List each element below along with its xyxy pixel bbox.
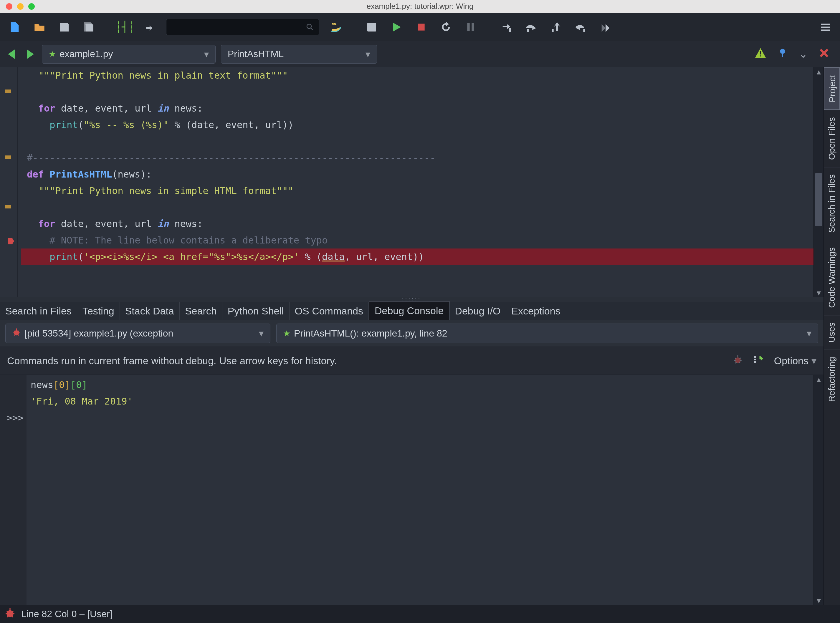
svg-rect-12	[527, 29, 529, 32]
nav-back-button[interactable]	[5, 48, 18, 61]
scroll-thumb[interactable]	[815, 173, 822, 226]
sidetab-search-in-files[interactable]: Search in Files	[824, 167, 840, 240]
frame-selector[interactable]: ★ PrintAsHTML(): example1.py, line 82 ▾	[276, 324, 818, 343]
svg-marker-5	[393, 23, 401, 32]
debug-restart-button[interactable]	[438, 19, 454, 35]
tab-exceptions[interactable]: Exceptions	[506, 302, 566, 320]
file-name: example1.py	[60, 49, 113, 60]
svg-point-4	[370, 25, 373, 29]
editor-header: ★ example1.py ▾ PrintAsHTML ▾ ⌄	[0, 41, 840, 67]
tab-search-in-files[interactable]: Search in Files	[0, 302, 77, 320]
close-tab-button[interactable]	[819, 48, 829, 60]
svg-marker-11	[532, 26, 536, 30]
toolbar-overflow-button[interactable]	[597, 19, 614, 35]
window-title: example1.py: tutorial.wpr: Wing	[367, 2, 474, 11]
scroll-up-icon[interactable]: ▴	[814, 67, 823, 76]
debug-pause-button[interactable]	[462, 19, 479, 35]
main-toolbar: ┆┤┆ AB	[0, 13, 840, 41]
svg-rect-24	[760, 51, 761, 54]
svg-rect-32	[754, 359, 756, 361]
code-editor[interactable]: """Print Python news in plain text forma…	[0, 67, 823, 297]
debug-console-header: [pid 53534] example1.py (exception ▾ ★ P…	[0, 320, 823, 347]
debug-stop-button[interactable]	[413, 19, 429, 35]
search-input[interactable]	[166, 19, 319, 35]
debug-run-button[interactable]	[388, 19, 405, 35]
editor-scrollbar[interactable]: ▴ ▾	[814, 67, 823, 297]
svg-rect-9	[471, 23, 474, 31]
scroll-down-icon[interactable]: ▾	[814, 596, 823, 605]
window-titlebar: example1.py: tutorial.wpr: Wing	[0, 0, 840, 13]
debug-console-hint-bar: Commands run in current frame without de…	[0, 347, 823, 375]
step-return-button[interactable]	[573, 19, 589, 35]
traffic-close[interactable]	[6, 3, 12, 10]
process-label: [pid 53534] example1.py (exception	[25, 328, 173, 339]
tool-tabs: Search in Files Testing Stack Data Searc…	[0, 302, 823, 320]
sidetab-code-warnings[interactable]: Code Warnings	[824, 240, 840, 315]
symbol-name: PrintAsHTML	[228, 49, 284, 60]
goto-definition-button[interactable]	[141, 19, 158, 35]
svg-rect-27	[782, 53, 783, 57]
symbol-selector[interactable]: PrintAsHTML ▾	[221, 45, 377, 64]
sidetab-refactoring[interactable]: Refactoring	[824, 350, 840, 409]
replace-button[interactable]: AB	[327, 19, 344, 35]
svg-rect-0	[62, 23, 66, 26]
step-over-button[interactable]	[523, 19, 540, 35]
tab-stack-data[interactable]: Stack Data	[120, 302, 180, 320]
sidetab-uses[interactable]: Uses	[824, 315, 840, 350]
svg-rect-31	[754, 356, 756, 358]
breakpoint-icon[interactable]	[7, 237, 15, 245]
svg-rect-18	[821, 23, 830, 25]
search-icon	[306, 23, 314, 32]
tab-debug-io[interactable]: Debug I/O	[450, 302, 506, 320]
editor-gutter[interactable]	[0, 67, 18, 297]
console-scrollbar[interactable]: ▴ ▾	[814, 375, 823, 605]
tab-python-shell[interactable]: Python Shell	[223, 302, 290, 320]
tab-search[interactable]: Search	[180, 302, 223, 320]
expand-icon[interactable]: ⌄	[799, 48, 808, 60]
warning-icon[interactable]	[755, 47, 766, 61]
new-file-button[interactable]	[6, 19, 23, 35]
svg-rect-8	[467, 23, 470, 31]
star-icon: ★	[283, 328, 290, 338]
save-all-button[interactable]	[81, 19, 97, 35]
step-out-button[interactable]	[548, 19, 564, 35]
bug-icon[interactable]	[733, 354, 743, 367]
svg-marker-7	[446, 21, 449, 26]
traffic-zoom[interactable]	[28, 3, 35, 10]
svg-rect-15	[583, 29, 585, 32]
bug-icon[interactable]	[4, 607, 16, 621]
set-breakpoint-button[interactable]	[364, 19, 380, 35]
options-menu[interactable]: Options▾	[774, 355, 817, 367]
svg-rect-20	[821, 29, 830, 31]
save-button[interactable]	[56, 19, 72, 35]
new-prompt-icon[interactable]	[753, 354, 763, 367]
svg-rect-10	[509, 28, 511, 32]
svg-marker-21	[8, 49, 15, 59]
traffic-minimize[interactable]	[17, 3, 23, 10]
nav-forward-button[interactable]	[23, 48, 37, 61]
scroll-down-icon[interactable]: ▾	[814, 288, 823, 297]
open-file-button[interactable]	[31, 19, 48, 35]
svg-rect-25	[760, 55, 761, 56]
frame-label: PrintAsHTML(): example1.py, line 82	[294, 328, 447, 339]
svg-rect-33	[754, 361, 756, 363]
debug-console[interactable]: >>> news[0][0] 'Fri, 08 Mar 2019' ▴ ▾	[0, 375, 823, 605]
svg-rect-19	[821, 26, 830, 28]
file-selector[interactable]: ★ example1.py ▾	[42, 45, 216, 64]
menu-button[interactable]	[817, 19, 834, 35]
tab-os-commands[interactable]: OS Commands	[290, 302, 369, 320]
svg-rect-13	[552, 29, 554, 32]
tab-testing[interactable]: Testing	[77, 302, 120, 320]
tab-debug-console[interactable]: Debug Console	[369, 301, 450, 320]
sidetab-open-files[interactable]: Open Files	[824, 110, 840, 167]
status-bar: Line 82 Col 0 – [User]	[0, 605, 840, 623]
console-content[interactable]: news[0][0] 'Fri, 08 Mar 2019'	[26, 375, 814, 605]
console-prompt-gutter: >>>	[0, 375, 26, 605]
step-into-button[interactable]	[498, 19, 515, 35]
indentation-button[interactable]: ┆┤┆	[117, 19, 133, 35]
process-selector[interactable]: [pid 53534] example1.py (exception ▾	[5, 324, 270, 343]
code-content[interactable]: """Print Python news in plain text forma…	[18, 67, 814, 297]
scroll-up-icon[interactable]: ▴	[814, 375, 823, 384]
sidetab-project[interactable]: Project	[824, 67, 840, 110]
pin-icon[interactable]	[777, 48, 788, 60]
